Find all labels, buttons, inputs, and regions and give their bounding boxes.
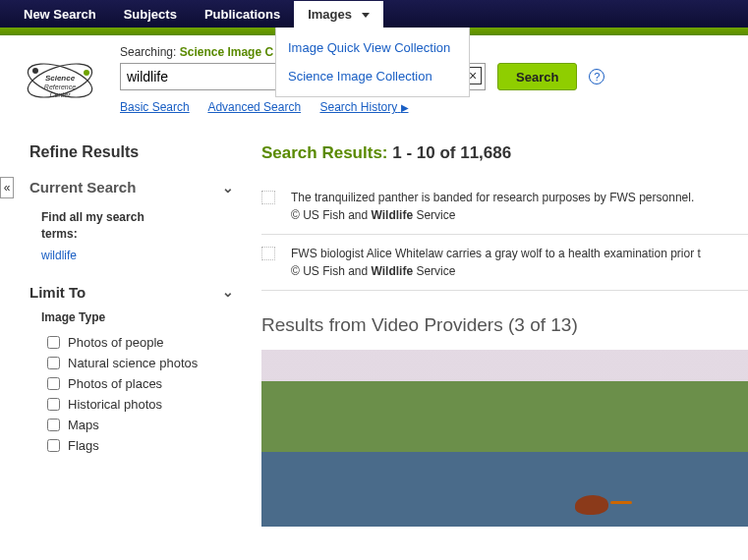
chevron-down-icon: ⌄ — [222, 284, 234, 301]
result-highlight: Wildlife — [372, 264, 414, 278]
images-dropdown: Image Quick View Collection Science Imag… — [275, 28, 470, 97]
top-nav: New Search Subjects Publications Images … — [0, 0, 748, 28]
expand-sidebar-tab[interactable]: « — [0, 177, 14, 198]
svg-text:Reference: Reference — [44, 84, 76, 90]
facet-checkbox[interactable] — [47, 439, 60, 452]
search-button[interactable]: Search — [497, 63, 577, 90]
result-highlight: Wildlife — [372, 208, 414, 222]
facet-label: Natural science photos — [68, 356, 198, 370]
results-range: 1 - 10 of 11,686 — [392, 143, 511, 162]
result-row[interactable]: FWS biologist Alice Whitelaw carries a g… — [261, 235, 748, 291]
nav-images[interactable]: Images — [294, 1, 382, 28]
facet-checkbox[interactable] — [47, 419, 60, 431]
current-search-section[interactable]: Current Search ⌄ — [29, 179, 234, 196]
advanced-search-link[interactable]: Advanced Search — [207, 100, 301, 114]
help-icon[interactable]: ? — [589, 69, 604, 84]
facet-label: Photos of people — [68, 335, 164, 350]
caret-right-icon: ▶ — [401, 102, 409, 113]
facet-maps[interactable]: Maps — [29, 415, 234, 435]
facet-photos-people[interactable]: Photos of people — [29, 332, 234, 353]
result-text: © US Fish and — [291, 264, 372, 278]
dropdown-quick-view[interactable]: Image Quick View Collection — [276, 33, 469, 62]
result-thumbnail — [261, 191, 275, 204]
facet-historical[interactable]: Historical photos — [29, 394, 234, 415]
search-history-link[interactable]: Search History ▶ — [319, 100, 408, 114]
facet-label: Historical photos — [68, 397, 162, 412]
dropdown-science-image[interactable]: Science Image Collection — [276, 62, 469, 90]
facet-label: Flags — [68, 438, 99, 453]
result-text: Service — [413, 264, 455, 278]
limit-to-label: Limit To — [29, 284, 86, 301]
svg-point-2 — [32, 68, 38, 74]
svg-text:Science: Science — [45, 74, 76, 83]
facet-checkbox[interactable] — [47, 336, 60, 349]
video-providers-heading: Results from Video Providers (3 of 13) — [261, 314, 748, 336]
results-heading: Search Results: 1 - 10 of 11,686 — [261, 143, 748, 163]
nav-publications[interactable]: Publications — [191, 1, 294, 28]
facet-natural-science[interactable]: Natural science photos — [29, 353, 234, 373]
refine-sidebar: Refine Results Current Search ⌄ Find all… — [0, 143, 244, 527]
searching-text: Searching: — [120, 45, 176, 59]
current-search-label: Current Search — [29, 179, 136, 196]
facet-checkbox[interactable] — [47, 357, 60, 369]
bird-icon — [571, 493, 630, 519]
facet-checkbox[interactable] — [47, 398, 60, 411]
current-search-term[interactable]: wildlife — [29, 249, 234, 262]
result-text: FWS biologist Alice Whitelaw carries a g… — [291, 247, 701, 260]
facet-checkbox[interactable] — [47, 377, 60, 390]
facet-label: Maps — [68, 418, 99, 432]
searching-db-name: Science Image C — [180, 45, 273, 59]
result-row[interactable]: The tranquilized panther is banded for r… — [261, 179, 748, 235]
result-text: The tranquilized panther is banded for r… — [291, 191, 694, 204]
facet-flags[interactable]: Flags — [29, 435, 234, 456]
chevron-down-icon: ⌄ — [222, 180, 234, 196]
refine-heading: Refine Results — [29, 143, 234, 161]
svg-point-3 — [84, 70, 89, 76]
basic-search-link[interactable]: Basic Search — [120, 100, 190, 114]
find-all-terms-label: Find all my search terms: — [29, 209, 234, 243]
nav-subjects[interactable]: Subjects — [110, 1, 191, 28]
result-thumbnail — [261, 247, 275, 260]
limit-to-section[interactable]: Limit To ⌄ — [29, 284, 234, 301]
results-label: Search Results: — [261, 143, 388, 162]
facet-label: Photos of places — [68, 376, 162, 391]
nav-images-label: Images — [308, 7, 352, 22]
results-content: Search Results: 1 - 10 of 11,686 The tra… — [244, 143, 748, 527]
result-text: Service — [413, 208, 455, 222]
video-thumbnail[interactable] — [261, 350, 748, 527]
result-text: © US Fish and — [291, 208, 372, 222]
caret-down-icon — [362, 13, 370, 18]
image-type-heading: Image Type — [41, 310, 234, 324]
svg-text:Center: Center — [49, 91, 71, 98]
search-history-label: Search History — [319, 100, 397, 114]
nav-new-search[interactable]: New Search — [10, 1, 110, 28]
facet-photos-places[interactable]: Photos of places — [29, 373, 234, 394]
brand-logo[interactable]: Science Reference Center — [18, 51, 102, 110]
